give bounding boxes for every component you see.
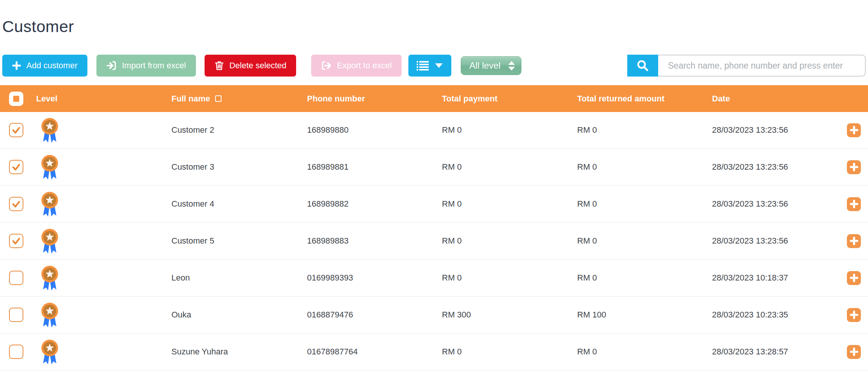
- caret-down-icon: [435, 63, 443, 68]
- plus-icon: [850, 273, 859, 282]
- row-date: 28/03/2023 10:18:37: [712, 273, 832, 283]
- column-header-returned: Total returned amount: [577, 94, 712, 104]
- row-date: 28/03/2023 13:23:56: [712, 236, 832, 246]
- customer-phone: 0168879476: [307, 310, 442, 320]
- toolbar: Add customer Import from excel Delete se…: [2, 55, 866, 77]
- row-date: 28/03/2023 10:23:35: [712, 310, 832, 320]
- customer-name: Customer 4: [171, 199, 307, 209]
- search-input[interactable]: [627, 55, 866, 77]
- page-title: Customer: [2, 17, 868, 36]
- add-transaction-button[interactable]: [847, 345, 861, 359]
- total-returned-amount: RM 0: [577, 199, 712, 209]
- sign-out-icon: [321, 60, 332, 71]
- plus-icon: [850, 199, 859, 208]
- row-date: 28/03/2023 13:28:57: [712, 347, 832, 357]
- total-returned-amount: RM 0: [577, 236, 712, 246]
- row-date: 28/03/2023 13:23:56: [712, 199, 832, 209]
- trash-icon: [214, 60, 224, 71]
- total-returned-amount: RM 0: [577, 162, 712, 172]
- row-date: 28/03/2023 13:23:56: [712, 162, 832, 172]
- table-row: Customer 5 168989883 RM 0 RM 0 28/03/202…: [0, 223, 868, 260]
- customer-phone: 168989883: [307, 236, 442, 246]
- check-icon: [11, 125, 21, 135]
- bronze-medal-icon: [39, 338, 60, 365]
- bronze-medal-icon: [39, 227, 60, 254]
- total-payment: RM 0: [442, 162, 577, 172]
- total-returned-amount: RM 0: [577, 125, 712, 135]
- delete-selected-label: Delete selected: [229, 61, 287, 71]
- check-icon: [11, 199, 21, 209]
- add-transaction-button[interactable]: [847, 123, 861, 137]
- total-payment: RM 0: [442, 273, 577, 283]
- list-view-dropdown-button[interactable]: [408, 55, 451, 77]
- customer-name: Customer 3: [171, 162, 307, 172]
- level-filter-value: All level: [469, 60, 501, 71]
- row-checkbox[interactable]: [9, 308, 23, 322]
- total-returned-amount: RM 100: [577, 310, 712, 320]
- row-checkbox[interactable]: [9, 234, 23, 248]
- row-checkbox[interactable]: [9, 123, 23, 137]
- table-row: Customer 2 168989880 RM 0 RM 0 28/03/202…: [0, 112, 868, 149]
- column-header-full-name: Full name: [171, 94, 210, 104]
- delete-selected-button[interactable]: Delete selected: [205, 55, 296, 77]
- table-row: Ouka 0168879476 RM 300 RM 100 28/03/2023…: [0, 297, 868, 334]
- column-header-payment: Total payment: [442, 94, 577, 104]
- add-transaction-button[interactable]: [847, 160, 861, 174]
- column-header-level: Level: [36, 94, 171, 104]
- search-bar: [627, 55, 866, 77]
- total-payment: RM 0: [442, 347, 577, 357]
- column-header-phone: Phone number: [307, 94, 442, 104]
- check-icon: [11, 236, 21, 246]
- bronze-medal-icon: [39, 117, 60, 144]
- column-header-date: Date: [712, 94, 832, 104]
- import-from-excel-label: Import from excel: [122, 61, 186, 71]
- level-filter-select[interactable]: All level: [461, 56, 521, 75]
- total-payment: RM 0: [442, 125, 577, 135]
- table-row: Customer 3 168989881 RM 0 RM 0 28/03/202…: [0, 149, 868, 186]
- list-icon: [417, 60, 429, 71]
- row-checkbox[interactable]: [9, 160, 23, 174]
- select-arrows-icon: [508, 61, 515, 71]
- customer-name: Customer 5: [171, 236, 307, 246]
- bronze-medal-icon: [39, 153, 60, 181]
- sign-in-icon: [106, 60, 117, 71]
- search-button[interactable]: [627, 55, 658, 77]
- total-returned-amount: RM 0: [577, 347, 712, 357]
- search-icon: [636, 59, 649, 72]
- customer-name: Ouka: [171, 310, 307, 320]
- table-row: Leon 0169989393 RM 0 RM 0 28/03/2023 10:…: [0, 260, 868, 297]
- customer-phone: 168989882: [307, 199, 442, 209]
- select-all-checkbox[interactable]: [9, 92, 23, 106]
- total-payment: RM 300: [442, 310, 577, 320]
- bronze-medal-icon: [39, 264, 60, 291]
- add-transaction-button[interactable]: [847, 308, 861, 322]
- add-transaction-button[interactable]: [847, 234, 861, 248]
- plus-icon: [850, 347, 859, 356]
- row-date: 28/03/2023 13:23:56: [712, 125, 832, 135]
- row-checkbox[interactable]: [9, 345, 23, 359]
- total-returned-amount: RM 0: [577, 273, 712, 283]
- bronze-medal-icon: [39, 301, 60, 328]
- add-customer-button[interactable]: Add customer: [2, 55, 87, 77]
- add-transaction-button[interactable]: [847, 271, 861, 285]
- plus-icon: [850, 126, 859, 135]
- export-to-excel-button[interactable]: Export to excel: [311, 55, 402, 77]
- import-from-excel-button[interactable]: Import from excel: [96, 55, 196, 77]
- customer-name: Customer 2: [171, 125, 307, 135]
- sort-icon[interactable]: [215, 95, 222, 102]
- add-transaction-button[interactable]: [847, 197, 861, 211]
- plus-icon: [850, 163, 859, 172]
- plus-icon: [850, 310, 859, 319]
- total-payment: RM 0: [442, 199, 577, 209]
- bronze-medal-icon: [39, 190, 60, 218]
- plus-icon: [12, 61, 21, 70]
- customer-name: Leon: [171, 273, 307, 283]
- row-checkbox[interactable]: [9, 197, 23, 211]
- total-payment: RM 0: [442, 236, 577, 246]
- table-row: Customer 4 168989882 RM 0 RM 0 28/03/202…: [0, 186, 868, 223]
- check-icon: [11, 162, 21, 172]
- row-checkbox[interactable]: [9, 271, 23, 285]
- customer-phone: 01678987764: [307, 347, 442, 357]
- add-customer-label: Add customer: [26, 61, 78, 71]
- plus-icon: [850, 236, 859, 245]
